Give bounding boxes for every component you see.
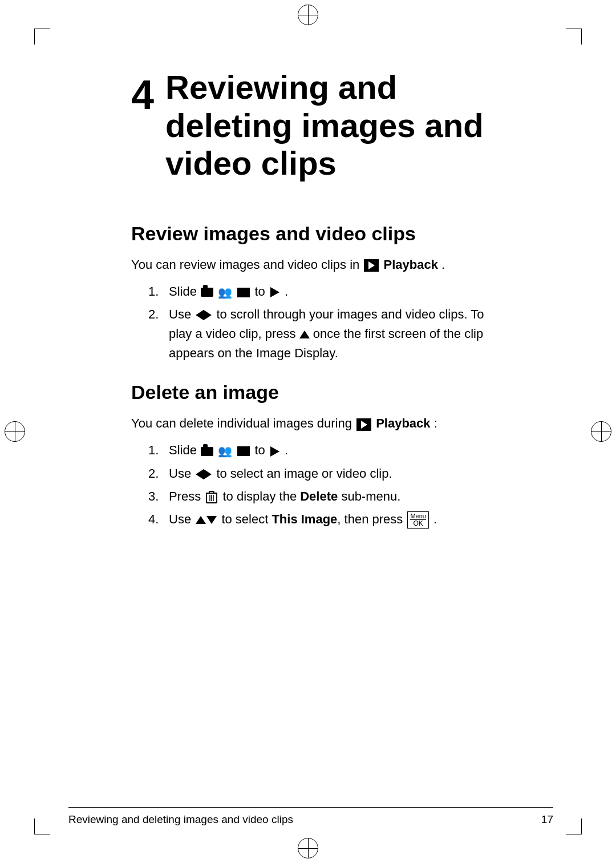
section2-playback-label: Playback (376, 416, 430, 430)
playback-icon-1 (364, 259, 379, 272)
play-icon (270, 446, 279, 457)
section-review: Review images and video clips You can re… (131, 223, 502, 363)
list-num: 3. (148, 487, 169, 506)
footer-right: 17 (541, 813, 553, 826)
menu-ok-icon: Menu OK (407, 511, 429, 529)
crosshair-top-icon (298, 5, 318, 25)
right-arrow-icon (204, 310, 212, 320)
lr-arrows-icon (196, 469, 212, 479)
chapter-title: Reviewing anddeleting images andvideo cl… (165, 68, 484, 183)
right-arrow-icon (204, 469, 212, 479)
section2-intro: You can delete individual images during … (131, 414, 502, 433)
list-item: 4. Use to select This Image, then press … (148, 510, 502, 529)
section1-intro-text: You can review images and video clips in (131, 257, 363, 272)
playback-icon-2 (356, 418, 371, 431)
down-arrow-icon (206, 516, 217, 524)
video-box-icon (237, 288, 250, 297)
section1-intro: You can review images and video clips in… (131, 255, 502, 274)
footer-left: Reviewing and deleting images and video … (68, 813, 293, 826)
list-content: Use to select This Image, then press Men… (169, 510, 502, 529)
svg-rect-2 (209, 491, 214, 493)
page-footer: Reviewing and deleting images and video … (68, 807, 553, 826)
trash-icon (206, 490, 217, 504)
list-content: Use to select an image or video clip. (169, 464, 502, 483)
play-icon (270, 287, 279, 297)
list-num: 4. (148, 510, 169, 529)
section2-title: Delete an image (131, 381, 502, 404)
list-num: 2. (148, 305, 169, 324)
left-arrow-icon (196, 469, 204, 479)
list-item: 3. Press to display the Delete sub (148, 487, 502, 506)
corner-mark-tl (34, 29, 50, 45)
list-content: Use to scroll through your images and vi… (169, 305, 502, 363)
section-delete: Delete an image You can delete individua… (131, 381, 502, 529)
section1-playback-label: Playback (384, 257, 438, 272)
section2-list: 1. Slide 👥 to . 2. Use (148, 441, 502, 529)
list-content: Press to display the Delete sub-menu. (169, 487, 502, 506)
crosshair-bottom-icon (298, 838, 318, 858)
up-arrow-icon (299, 330, 310, 338)
chapter-number: 4 (131, 68, 154, 115)
list-num: 2. (148, 464, 169, 483)
section1-title: Review images and video clips (131, 223, 502, 245)
video-box-icon (237, 446, 250, 456)
corner-mark-bl (34, 818, 50, 834)
list-item: 1. Slide 👥 to . (148, 282, 502, 301)
lr-arrows-icon (196, 310, 212, 320)
chapter-heading: 4 Reviewing anddeleting images andvideo … (131, 68, 502, 205)
crosshair-left-icon (5, 421, 25, 442)
corner-mark-tr (566, 29, 582, 45)
page: 4 Reviewing anddeleting images andvideo … (0, 0, 616, 863)
content-area: 4 Reviewing anddeleting images andvideo … (63, 46, 553, 569)
crosshair-right-icon (591, 421, 611, 442)
list-num: 1. (148, 282, 169, 301)
left-arrow-icon (196, 310, 204, 320)
list-content: Slide 👥 to . (169, 441, 502, 460)
corner-mark-br (566, 818, 582, 834)
scene-icon: 👥 (218, 442, 232, 460)
list-item: 1. Slide 👥 to . (148, 441, 502, 460)
list-item: 2. Use to select an image or video clip. (148, 464, 502, 483)
section1-list: 1. Slide 👥 to . (148, 282, 502, 363)
scene-icon: 👥 (218, 284, 232, 301)
ud-arrows-icon (196, 516, 217, 524)
list-item: 2. Use to scroll through your images and… (148, 305, 502, 363)
camera-icon (201, 288, 213, 297)
chapter-title-block: Reviewing anddeleting images andvideo cl… (165, 68, 484, 205)
list-num: 1. (148, 441, 169, 460)
up-arrow-icon (196, 516, 206, 524)
camera-icon (201, 447, 213, 456)
list-content: Slide 👥 to . (169, 282, 502, 301)
